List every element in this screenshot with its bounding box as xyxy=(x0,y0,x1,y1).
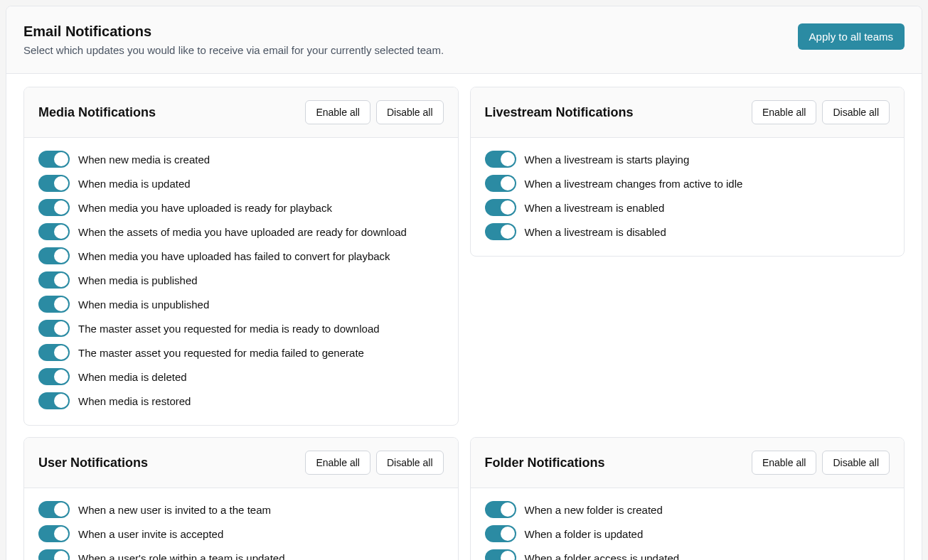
disable-all-button[interactable]: Disable all xyxy=(822,451,890,475)
toggle-switch[interactable] xyxy=(38,344,70,361)
toggle-row: The master asset you requested for media… xyxy=(38,344,444,361)
toggle-row: When a livestream changes from active to… xyxy=(485,175,890,192)
toggle-knob xyxy=(54,321,68,335)
toggle-label: When a new folder is created xyxy=(525,504,663,516)
toggle-switch[interactable] xyxy=(485,175,516,192)
toggle-row: When a user invite is accepted xyxy=(38,525,444,542)
toggle-row: When the assets of media you have upload… xyxy=(38,223,444,240)
toggle-row: When media is restored xyxy=(38,392,444,409)
toggle-knob xyxy=(54,225,68,239)
disable-all-button[interactable]: Disable all xyxy=(376,451,444,475)
toggle-row: When media you have uploaded has failed … xyxy=(38,247,444,264)
toggle-label: When media is restored xyxy=(78,395,191,407)
toggle-label: When media is updated xyxy=(78,178,191,190)
toggle-knob xyxy=(54,152,68,166)
apply-to-all-teams-button[interactable]: Apply to all teams xyxy=(798,23,905,50)
toggle-row: The master asset you requested for media… xyxy=(38,320,444,337)
toggle-label: The master asset you requested for media… xyxy=(78,323,380,335)
disable-all-button[interactable]: Disable all xyxy=(822,100,890,124)
toggle-knob xyxy=(54,297,68,311)
toggle-switch[interactable] xyxy=(38,223,70,240)
toggle-label: When a folder access is updated xyxy=(525,552,680,561)
toggle-knob xyxy=(501,551,515,560)
toggle-knob xyxy=(54,370,68,384)
toggle-row: When media you have uploaded is ready fo… xyxy=(38,199,444,216)
toggle-switch[interactable] xyxy=(38,296,70,313)
toggle-label: When a livestream is starts playing xyxy=(525,154,690,166)
toggle-switch[interactable] xyxy=(38,392,70,409)
enable-all-button[interactable]: Enable all xyxy=(752,451,817,475)
toggle-switch[interactable] xyxy=(485,223,516,240)
toggle-label: When media is unpublished xyxy=(78,298,209,311)
folder-notifications-card: Folder Notifications Enable all Disable … xyxy=(470,437,905,560)
toggle-switch[interactable] xyxy=(38,199,70,216)
user-notifications-card: User Notifications Enable all Disable al… xyxy=(23,437,459,560)
toggle-label: When a livestream is enabled xyxy=(525,202,665,214)
toggle-label: When a user invite is accepted xyxy=(78,528,223,540)
card-title-user: User Notifications xyxy=(38,456,148,470)
toggle-knob xyxy=(501,502,515,517)
card-title-folder: Folder Notifications xyxy=(485,456,605,470)
card-title-livestream: Livestream Notifications xyxy=(485,105,634,120)
toggle-knob xyxy=(501,225,515,239)
media-notifications-card: Media Notifications Enable all Disable a… xyxy=(23,87,459,426)
toggle-row: When a folder is updated xyxy=(485,525,890,542)
toggle-switch[interactable] xyxy=(485,199,516,216)
toggle-label: When media is deleted xyxy=(78,371,187,383)
toggle-row: When media is unpublished xyxy=(38,296,444,313)
settings-header: Email Notifications Select which updates… xyxy=(6,6,922,74)
toggle-row: When a folder access is updated xyxy=(485,549,890,560)
toggle-switch[interactable] xyxy=(38,271,70,289)
toggle-label: When a livestream is disabled xyxy=(525,226,666,238)
toggle-switch[interactable] xyxy=(38,320,70,337)
cards-area: Media Notifications Enable all Disable a… xyxy=(6,74,922,560)
toggle-knob xyxy=(54,176,68,190)
toggle-row: When new media is created xyxy=(38,151,444,168)
toggle-switch[interactable] xyxy=(485,525,516,542)
toggle-row: When a livestream is disabled xyxy=(485,223,890,240)
toggle-switch[interactable] xyxy=(38,501,70,518)
toggle-switch[interactable] xyxy=(38,175,70,192)
toggle-switch[interactable] xyxy=(38,368,70,385)
toggle-switch[interactable] xyxy=(485,549,516,560)
toggle-switch[interactable] xyxy=(485,501,516,518)
enable-all-button[interactable]: Enable all xyxy=(752,100,817,124)
toggle-knob xyxy=(54,249,68,263)
enable-all-button[interactable]: Enable all xyxy=(305,100,370,124)
toggle-knob xyxy=(54,394,68,408)
toggle-label: The master asset you requested for media… xyxy=(78,347,364,359)
livestream-notifications-card: Livestream Notifications Enable all Disa… xyxy=(470,87,905,257)
toggle-label: When a user's role within a team is upda… xyxy=(78,552,285,561)
toggle-label: When new media is created xyxy=(78,154,210,166)
toggle-row: When a livestream is enabled xyxy=(485,199,890,216)
toggle-row: When media is published xyxy=(38,271,444,289)
toggle-row: When a new user is invited to a the team xyxy=(38,501,444,518)
toggle-switch[interactable] xyxy=(485,151,516,168)
toggle-row: When media is updated xyxy=(38,175,444,192)
toggle-knob xyxy=(501,200,515,215)
toggle-knob xyxy=(54,502,68,517)
toggle-switch[interactable] xyxy=(38,151,70,168)
toggle-switch[interactable] xyxy=(38,549,70,560)
card-title-media: Media Notifications xyxy=(38,105,156,120)
toggle-knob xyxy=(54,200,68,215)
toggle-label: When a new user is invited to a the team xyxy=(78,504,271,516)
toggle-label: When a folder is updated xyxy=(525,528,644,540)
toggle-knob xyxy=(501,527,515,541)
toggle-label: When media is published xyxy=(78,274,198,286)
toggle-label: When a livestream changes from active to… xyxy=(525,178,743,190)
toggle-switch[interactable] xyxy=(38,525,70,542)
toggle-knob xyxy=(54,345,68,360)
toggle-label: When media you have uploaded is ready fo… xyxy=(78,202,332,214)
page-title: Email Notifications xyxy=(23,23,444,40)
enable-all-button[interactable]: Enable all xyxy=(305,451,370,475)
disable-all-button[interactable]: Disable all xyxy=(376,100,444,124)
toggle-knob xyxy=(54,551,68,560)
toggle-row: When a new folder is created xyxy=(485,501,890,518)
toggle-knob xyxy=(501,152,515,166)
toggle-knob xyxy=(501,176,515,190)
toggle-row: When a livestream is starts playing xyxy=(485,151,890,168)
toggle-row: When media is deleted xyxy=(38,368,444,385)
toggle-knob xyxy=(54,527,68,541)
toggle-switch[interactable] xyxy=(38,247,70,264)
